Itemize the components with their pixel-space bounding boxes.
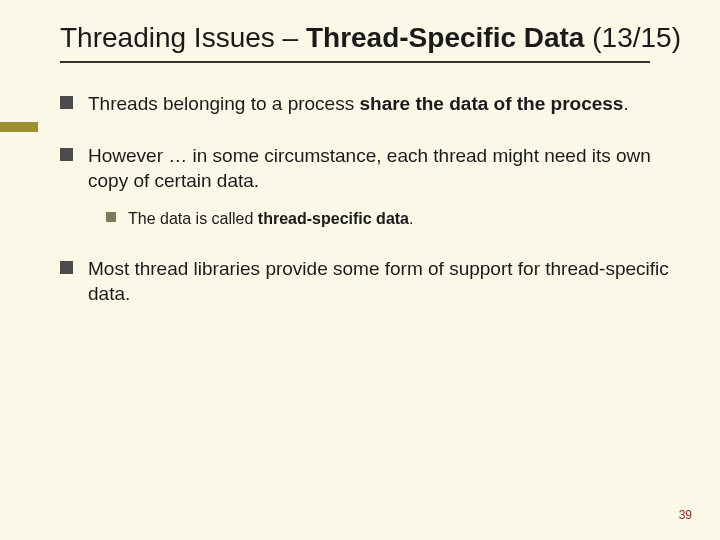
list-item: Most thread libraries provide some form … xyxy=(60,256,690,307)
accent-bar xyxy=(0,122,38,132)
title-bold: Thread-Specific Data xyxy=(306,22,585,53)
slide: Threading Issues – Thread-Specific Data … xyxy=(0,0,720,540)
title-underline xyxy=(60,61,650,63)
sub-bullet-bold: thread-specific data xyxy=(258,210,409,227)
bullet-text-pre: However … in some circumstance, each thr… xyxy=(88,145,651,192)
title-suffix: (13/15) xyxy=(584,22,681,53)
list-item: However … in some circumstance, each thr… xyxy=(60,143,690,230)
sub-bullet-post: . xyxy=(409,210,413,227)
bullet-text-pre: Threads belonging to a process xyxy=(88,93,359,114)
sub-bullet-list: The data is called thread-specific data. xyxy=(88,208,690,230)
title-prefix: Threading Issues – xyxy=(60,22,306,53)
sub-bullet-pre: The data is called xyxy=(128,210,258,227)
bullet-text-pre: Most thread libraries provide some form … xyxy=(88,258,669,305)
bullet-text-post: . xyxy=(623,93,628,114)
bullet-text-bold: share the data of the process xyxy=(359,93,623,114)
bullet-list: Threads belonging to a process share the… xyxy=(60,91,690,307)
list-item: The data is called thread-specific data. xyxy=(106,208,690,230)
list-item: Threads belonging to a process share the… xyxy=(60,91,690,117)
page-number: 39 xyxy=(679,508,692,522)
slide-title: Threading Issues – Thread-Specific Data … xyxy=(60,20,690,55)
